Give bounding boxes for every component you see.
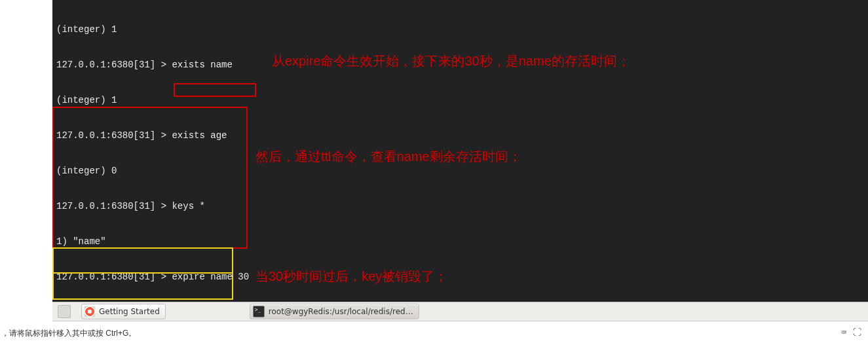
term-line: (integer) 1 xyxy=(52,94,868,106)
taskbar-item-label: root@wgyRedis:/usr/local/redis/red… xyxy=(269,307,413,316)
terminal-icon xyxy=(253,306,265,317)
gutter xyxy=(46,0,52,302)
status-icons: ⌨ ⛶ xyxy=(841,325,861,340)
term-line: (integer) 0 xyxy=(52,165,868,177)
term-line: 127.0.0.1:6380[31] > exists age xyxy=(52,130,868,141)
term-line: 127.0.0.1:6380[31] > exists name xyxy=(52,59,868,71)
taskbar-item-label: Getting Started xyxy=(99,307,160,316)
help-icon xyxy=(85,306,95,317)
taskbar-item-terminal[interactable]: root@wgyRedis:/usr/local/redis/red… xyxy=(250,304,419,319)
statusbar: ，请将鼠标指针移入其中或按 Ctrl+G。 xyxy=(0,325,868,341)
taskbar-item-getting-started[interactable]: Getting Started xyxy=(81,304,166,319)
terminal[interactable]: (integer) 1 127.0.0.1:6380[31] > exists … xyxy=(52,0,868,302)
term-line: 1) "name" xyxy=(52,236,868,247)
left-margin xyxy=(0,0,46,341)
app-menu-icon[interactable] xyxy=(58,305,71,318)
fullscreen-icon[interactable]: ⛶ xyxy=(853,328,861,338)
term-line: 127.0.0.1:6380[31] > expire name 30 xyxy=(52,271,868,283)
statusbar-text: ，请将鼠标指针移入其中或按 Ctrl+G。 xyxy=(1,328,136,339)
taskbar: Getting Started root@wgyRedis:/usr/local… xyxy=(52,302,868,321)
term-line: 127.0.0.1:6380[31] > keys * xyxy=(52,200,868,212)
terminal-scrollbar[interactable] xyxy=(858,0,867,301)
input-capture-icon[interactable]: ⌨ xyxy=(841,327,846,338)
term-line: (integer) 1 xyxy=(52,24,868,35)
